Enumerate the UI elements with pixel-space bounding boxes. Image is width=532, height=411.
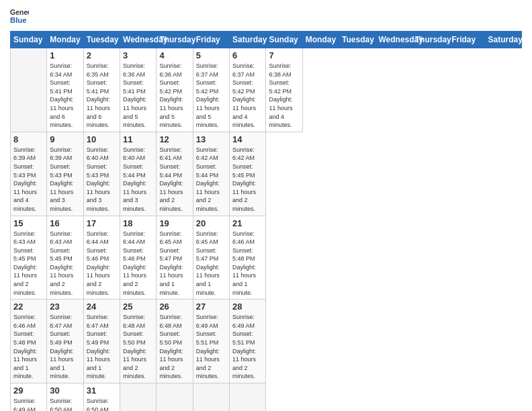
svg-text:General: General [10, 8, 29, 16]
calendar-cell: 16Sunrise: 6:43 AMSunset: 5:45 PMDayligh… [47, 216, 83, 300]
day-number: 20 [196, 218, 226, 228]
day-number: 2 [87, 50, 117, 60]
cell-info: Sunrise: 6:46 AMSunset: 5:48 PMDaylight:… [232, 230, 263, 298]
header-row: SundayMondayTuesdayWednesdayThursdayFrid… [11, 32, 522, 48]
week-row-4: 29Sunrise: 6:49 AMSunset: 5:52 PMDayligh… [11, 383, 522, 412]
col-header-monday: Monday [302, 32, 339, 48]
calendar-cell: 12Sunrise: 6:41 AMSunset: 5:44 PMDayligh… [157, 132, 193, 216]
calendar-cell: 18Sunrise: 6:44 AMSunset: 5:46 PMDayligh… [120, 216, 157, 300]
calendar-cell: 23Sunrise: 6:47 AMSunset: 5:49 PMDayligh… [47, 300, 83, 383]
calendar-cell: 6Sunrise: 6:37 AMSunset: 5:42 PMDaylight… [230, 48, 266, 132]
calendar-cell: 9Sunrise: 6:39 AMSunset: 5:43 PMDaylight… [47, 132, 83, 216]
day-number: 24 [87, 302, 117, 312]
day-number: 7 [269, 50, 299, 60]
calendar-cell: 1Sunrise: 6:34 AMSunset: 5:41 PMDaylight… [47, 48, 83, 132]
day-number: 22 [13, 302, 44, 312]
calendar-cell: 3Sunrise: 6:36 AMSunset: 5:41 PMDaylight… [120, 48, 157, 132]
calendar-cell: 21Sunrise: 6:46 AMSunset: 5:48 PMDayligh… [230, 216, 266, 300]
cell-info: Sunrise: 6:38 AMSunset: 5:42 PMDaylight:… [269, 62, 299, 130]
calendar-cell: 4Sunrise: 6:36 AMSunset: 5:42 PMDaylight… [157, 48, 193, 132]
cell-info: Sunrise: 6:49 AMSunset: 5:52 PMDaylight:… [13, 397, 44, 411]
page-header: General Blue [10, 7, 522, 26]
day-number: 28 [232, 302, 263, 312]
week-row-1: 8Sunrise: 6:39 AMSunset: 5:43 PMDaylight… [11, 132, 522, 216]
calendar-cell: 24Sunrise: 6:47 AMSunset: 5:49 PMDayligh… [83, 300, 120, 383]
calendar-cell: 27Sunrise: 6:49 AMSunset: 5:51 PMDayligh… [193, 300, 229, 383]
day-number: 6 [232, 50, 263, 60]
cell-info: Sunrise: 6:37 AMSunset: 5:42 PMDaylight:… [232, 62, 263, 130]
day-number: 17 [87, 218, 117, 228]
header-friday: Friday [193, 32, 229, 48]
calendar-cell: 2Sunrise: 6:35 AMSunset: 5:41 PMDaylight… [83, 48, 120, 132]
day-number: 5 [196, 50, 226, 60]
calendar-cell: 31Sunrise: 6:50 AMSunset: 5:53 PMDayligh… [83, 383, 120, 412]
cell-info: Sunrise: 6:50 AMSunset: 5:53 PMDaylight:… [87, 397, 117, 411]
calendar-cell: 14Sunrise: 6:42 AMSunset: 5:45 PMDayligh… [230, 132, 266, 216]
cell-info: Sunrise: 6:49 AMSunset: 5:51 PMDaylight:… [232, 313, 263, 381]
col-header-sunday: Sunday [266, 32, 302, 48]
calendar-cell: 13Sunrise: 6:42 AMSunset: 5:44 PMDayligh… [193, 132, 229, 216]
header-monday: Monday [47, 32, 83, 48]
header-sunday: Sunday [11, 32, 47, 48]
calendar-cell: 26Sunrise: 6:48 AMSunset: 5:50 PMDayligh… [157, 300, 193, 383]
calendar-cell: 28Sunrise: 6:49 AMSunset: 5:51 PMDayligh… [230, 300, 266, 383]
calendar-cell: 25Sunrise: 6:48 AMSunset: 5:50 PMDayligh… [120, 300, 157, 383]
cell-info: Sunrise: 6:47 AMSunset: 5:49 PMDaylight:… [87, 313, 117, 381]
week-row-0: 1Sunrise: 6:34 AMSunset: 5:41 PMDaylight… [11, 48, 522, 132]
cell-info: Sunrise: 6:48 AMSunset: 5:50 PMDaylight:… [123, 313, 153, 381]
cell-info: Sunrise: 6:48 AMSunset: 5:50 PMDaylight:… [159, 313, 189, 381]
day-number: 27 [196, 302, 226, 312]
svg-text:Blue: Blue [10, 16, 27, 24]
logo-icon: General Blue [10, 7, 29, 26]
col-header-friday: Friday [449, 32, 485, 48]
day-number: 31 [87, 385, 117, 396]
header-tuesday: Tuesday [83, 32, 120, 48]
day-number: 18 [123, 218, 153, 228]
day-number: 23 [50, 302, 80, 312]
day-number: 8 [13, 134, 44, 144]
cell-info: Sunrise: 6:34 AMSunset: 5:41 PMDaylight:… [50, 62, 80, 130]
calendar-cell: 7Sunrise: 6:38 AMSunset: 5:42 PMDaylight… [266, 48, 302, 132]
calendar-cell: 19Sunrise: 6:45 AMSunset: 5:47 PMDayligh… [157, 216, 193, 300]
day-number: 16 [50, 218, 80, 228]
calendar-cell [193, 383, 229, 412]
col-header-wednesday: Wednesday [375, 32, 412, 48]
cell-info: Sunrise: 6:43 AMSunset: 5:45 PMDaylight:… [50, 230, 80, 298]
day-number: 3 [123, 50, 153, 60]
header-wednesday: Wednesday [120, 32, 157, 48]
calendar-cell: 15Sunrise: 6:43 AMSunset: 5:45 PMDayligh… [11, 216, 47, 300]
day-number: 26 [159, 302, 189, 312]
cell-info: Sunrise: 6:50 AMSunset: 5:53 PMDaylight:… [50, 397, 80, 411]
cell-info: Sunrise: 6:39 AMSunset: 5:43 PMDaylight:… [50, 146, 80, 214]
col-header-saturday: Saturday [485, 32, 522, 48]
cell-info: Sunrise: 6:44 AMSunset: 5:46 PMDaylight:… [123, 230, 153, 298]
cell-info: Sunrise: 6:46 AMSunset: 5:48 PMDaylight:… [13, 313, 44, 381]
day-number: 1 [50, 50, 80, 60]
day-number: 25 [123, 302, 153, 312]
cell-info: Sunrise: 6:35 AMSunset: 5:41 PMDaylight:… [87, 62, 117, 130]
cell-info: Sunrise: 6:47 AMSunset: 5:49 PMDaylight:… [50, 313, 80, 381]
cell-info: Sunrise: 6:41 AMSunset: 5:44 PMDaylight:… [159, 146, 189, 214]
calendar-cell [157, 383, 193, 412]
day-number: 11 [123, 134, 153, 144]
cell-info: Sunrise: 6:40 AMSunset: 5:43 PMDaylight:… [87, 146, 117, 214]
cell-info: Sunrise: 6:39 AMSunset: 5:43 PMDaylight:… [13, 146, 44, 214]
calendar-cell: 10Sunrise: 6:40 AMSunset: 5:43 PMDayligh… [83, 132, 120, 216]
day-number: 13 [196, 134, 226, 144]
cell-info: Sunrise: 6:44 AMSunset: 5:46 PMDaylight:… [87, 230, 117, 298]
cell-info: Sunrise: 6:40 AMSunset: 5:44 PMDaylight:… [123, 146, 153, 214]
day-number: 30 [50, 385, 80, 396]
calendar-cell: 5Sunrise: 6:37 AMSunset: 5:42 PMDaylight… [193, 48, 229, 132]
day-number: 4 [159, 50, 189, 60]
day-number: 12 [159, 134, 189, 144]
day-number: 21 [232, 218, 263, 228]
day-number: 19 [159, 218, 189, 228]
cell-info: Sunrise: 6:36 AMSunset: 5:41 PMDaylight:… [123, 62, 153, 130]
cell-info: Sunrise: 6:42 AMSunset: 5:44 PMDaylight:… [196, 146, 226, 214]
col-header-thursday: Thursday [412, 32, 448, 48]
cell-info: Sunrise: 6:36 AMSunset: 5:42 PMDaylight:… [159, 62, 189, 130]
header-saturday: Saturday [230, 32, 266, 48]
calendar-cell [120, 383, 157, 412]
day-number: 29 [13, 385, 44, 396]
week-row-2: 15Sunrise: 6:43 AMSunset: 5:45 PMDayligh… [11, 216, 522, 300]
